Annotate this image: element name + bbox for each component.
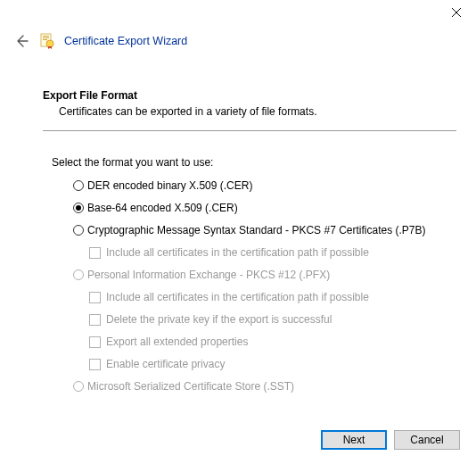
svg-point-6	[46, 40, 53, 47]
wizard-footer: Next Cancel	[321, 430, 460, 450]
check-label: Delete the private key if the export is …	[106, 313, 332, 326]
radio-icon	[73, 225, 84, 236]
check-pfx-include-chain: Include all certificates in the certific…	[89, 291, 456, 303]
check-pfx-cert-privacy: Enable certificate privacy	[89, 358, 456, 370]
check-label: Export all extended properties	[106, 336, 248, 348]
close-icon	[452, 8, 461, 17]
cancel-button[interactable]: Cancel	[394, 430, 460, 450]
next-button[interactable]: Next	[321, 430, 387, 450]
check-pkcs7-include-chain: Include all certificates in the certific…	[89, 246, 456, 259]
check-pfx-export-ext: Export all extended properties	[89, 336, 456, 348]
radio-sst-label: Microsoft Serialized Certificate Store (…	[87, 380, 294, 393]
checkbox-icon	[89, 336, 101, 348]
radio-icon	[73, 180, 84, 191]
wizard-header: Certificate Export Wizard	[12, 32, 187, 50]
checkbox-icon	[89, 247, 101, 259]
page-heading: Export File Format	[43, 89, 456, 102]
format-prompt: Select the format you want to use:	[43, 156, 456, 169]
check-label: Include all certificates in the certific…	[106, 291, 369, 303]
radio-pkcs7[interactable]: Cryptographic Message Syntax Standard - …	[73, 224, 456, 236]
certificate-icon	[39, 33, 55, 49]
radio-sst: Microsoft Serialized Certificate Store (…	[73, 380, 456, 393]
back-arrow-icon	[14, 34, 29, 48]
svg-rect-5	[43, 39, 47, 40]
check-label: Enable certificate privacy	[106, 358, 225, 370]
checkbox-icon	[89, 359, 101, 370]
radio-der-label: DER encoded binary X.509 (.CER)	[87, 179, 252, 192]
radio-icon	[73, 269, 84, 280]
check-label: Include all certificates in the certific…	[106, 246, 369, 259]
check-pfx-delete-key: Delete the private key if the export is …	[89, 313, 456, 326]
wizard-title: Certificate Export Wizard	[64, 35, 187, 47]
radio-pfx-label: Personal Information Exchange - PKCS #12…	[87, 269, 330, 281]
divider	[43, 130, 456, 131]
radio-icon	[73, 203, 84, 213]
radio-pfx: Personal Information Exchange - PKCS #12…	[73, 269, 456, 281]
radio-icon	[73, 381, 84, 392]
back-button[interactable]	[12, 32, 30, 50]
checkbox-icon	[89, 314, 101, 326]
svg-rect-4	[43, 37, 49, 38]
close-button[interactable]	[436, 0, 476, 25]
radio-der[interactable]: DER encoded binary X.509 (.CER)	[73, 179, 456, 192]
radio-base64-label: Base-64 encoded X.509 (.CER)	[87, 202, 238, 214]
page-description: Certificates can be exported in a variet…	[43, 105, 456, 118]
svg-rect-3	[43, 36, 49, 37]
radio-base64[interactable]: Base-64 encoded X.509 (.CER)	[73, 202, 456, 214]
radio-pkcs7-label: Cryptographic Message Syntax Standard - …	[87, 224, 426, 236]
wizard-content: Export File Format Certificates can be e…	[43, 89, 456, 402]
checkbox-icon	[89, 292, 101, 303]
